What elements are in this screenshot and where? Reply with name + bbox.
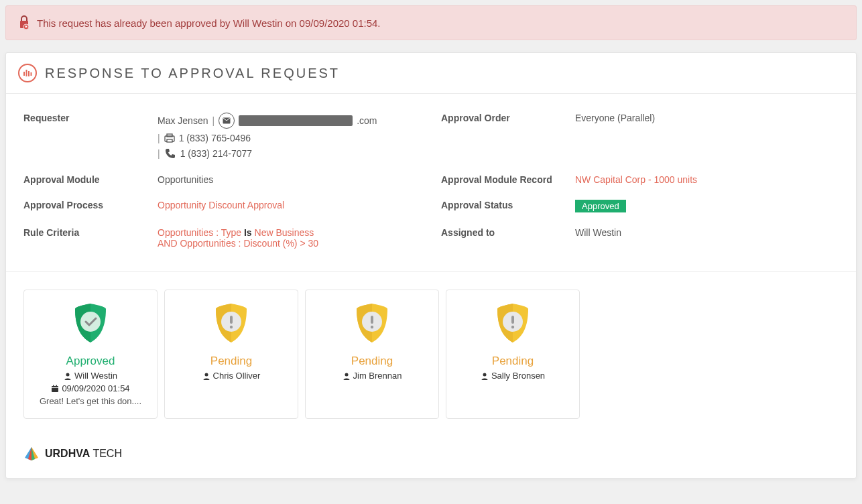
rule-op-is: Is: [244, 227, 252, 238]
svg-point-22: [371, 326, 373, 328]
person-icon: [481, 372, 489, 380]
svg-rect-9: [167, 139, 172, 142]
svg-rect-15: [56, 385, 58, 387]
svg-rect-25: [511, 316, 514, 324]
equalizer-icon: [18, 64, 37, 82]
person-icon: [343, 372, 351, 380]
svg-point-11: [66, 373, 69, 376]
requester-fax: 1 (833) 765-0496: [179, 133, 251, 143]
approver-card: PendingJim Brennan: [305, 290, 439, 419]
svg-point-23: [345, 373, 348, 376]
svg-point-10: [80, 312, 101, 332]
svg-point-27: [483, 373, 486, 376]
rule-criteria-value: Opportunities : Type Is New Business AND…: [158, 227, 421, 249]
svg-rect-13: [52, 387, 58, 388]
requester-label: Requester: [23, 113, 137, 123]
approver-status: Approved: [66, 355, 115, 368]
requester-phone: 1 (833) 214-7077: [180, 148, 252, 159]
approvers-row: ApprovedWill Westin09/09/2020 01:54Great…: [6, 272, 856, 436]
email-icon[interactable]: [219, 113, 235, 129]
person-icon: [202, 372, 210, 380]
rule-field-1[interactable]: Opportunities : Type: [158, 227, 241, 238]
rule-criteria-label: Rule Criteria: [23, 227, 137, 238]
page-title: RESPONSE TO APPROVAL REQUEST: [45, 66, 340, 81]
brand-bold: URDHVA: [45, 448, 90, 459]
requester-value: Max Jensen | .com | 1 (833) 765-0496 |: [158, 113, 421, 160]
approver-card: PendingChris Olliver: [164, 290, 298, 419]
shield-pending-icon: [489, 300, 536, 346]
svg-rect-2: [23, 72, 25, 76]
email-suffix: .com: [357, 115, 377, 126]
approval-order-value: Everyone (Parallel): [575, 113, 839, 123]
calendar-icon: [51, 385, 59, 393]
rule-and: AND: [158, 238, 178, 249]
approval-module-record-link[interactable]: NW Capital Corp - 1000 units: [575, 174, 839, 185]
svg-rect-5: [31, 72, 32, 76]
card-header: RESPONSE TO APPROVAL REQUEST: [6, 53, 856, 94]
rule-op-gt: >: [300, 238, 305, 249]
approver-date: 09/09/2020 01:54: [51, 383, 129, 393]
approval-process-label: Approval Process: [23, 200, 137, 210]
approver-status: Pending: [492, 355, 534, 368]
svg-point-18: [230, 326, 233, 328]
brand-logo-icon: [23, 446, 40, 462]
fax-icon: [164, 133, 175, 143]
svg-rect-4: [28, 71, 29, 76]
approver-comment: Great! Let's get this don....: [40, 396, 141, 406]
approver-name: Sally Bronsen: [481, 371, 545, 381]
alert-message: This request has already been approved b…: [37, 17, 381, 29]
approver-card: ApprovedWill Westin09/09/2020 01:54Great…: [23, 290, 158, 419]
brand-light: TECH: [90, 448, 122, 459]
requester-name: Max Jensen: [158, 115, 208, 126]
approval-status-value: Approved: [575, 200, 839, 212]
separator: |: [158, 148, 160, 159]
rule-value-2[interactable]: 30: [308, 238, 319, 249]
svg-point-19: [204, 373, 208, 376]
approval-module-label: Approval Module: [23, 174, 137, 185]
svg-rect-8: [167, 134, 172, 137]
person-icon: [64, 372, 72, 380]
approver-status: Pending: [210, 355, 252, 368]
svg-rect-14: [53, 385, 54, 387]
approval-process-link[interactable]: Opportunity Discount Approval: [158, 200, 421, 210]
svg-rect-12: [52, 386, 58, 392]
email-redacted: [239, 115, 353, 126]
approval-order-label: Approval Order: [441, 113, 555, 123]
response-card: RESPONSE TO APPROVAL REQUEST Requester M…: [5, 52, 857, 479]
approver-name: Will Westin: [64, 371, 117, 381]
shield-pending-icon: [349, 300, 395, 346]
details-grid: Requester Max Jensen | .com | 1 (833) 76…: [6, 94, 856, 272]
separator: |: [212, 115, 214, 126]
assigned-to-label: Assigned to: [441, 227, 555, 238]
rule-field-2[interactable]: Opportunities : Discount (%): [180, 238, 297, 249]
lock-denied-icon: [18, 15, 30, 30]
svg-point-26: [511, 326, 514, 328]
footer: URDHVA TECH: [6, 436, 856, 478]
svg-rect-17: [230, 316, 233, 324]
alert-banner: This request has already been approved b…: [5, 5, 857, 40]
approver-card: PendingSally Bronsen: [446, 290, 580, 419]
assigned-to-value: Will Westin: [575, 227, 839, 238]
phone-icon: [164, 147, 176, 160]
brand-text: URDHVA TECH: [45, 448, 122, 460]
shield-check-icon: [67, 300, 114, 346]
approver-status: Pending: [351, 355, 393, 368]
approver-name: Chris Olliver: [202, 371, 261, 381]
svg-rect-3: [26, 70, 27, 76]
svg-rect-21: [371, 316, 373, 324]
status-badge: Approved: [575, 200, 626, 212]
rule-value-1[interactable]: New Business: [255, 227, 314, 238]
approval-status-label: Approval Status: [441, 200, 555, 210]
shield-pending-icon: [208, 300, 255, 346]
approval-module-record-label: Approval Module Record: [441, 174, 555, 185]
separator: |: [158, 133, 160, 143]
approval-module-value: Opportunities: [158, 174, 421, 185]
approver-name: Jim Brennan: [343, 371, 402, 381]
